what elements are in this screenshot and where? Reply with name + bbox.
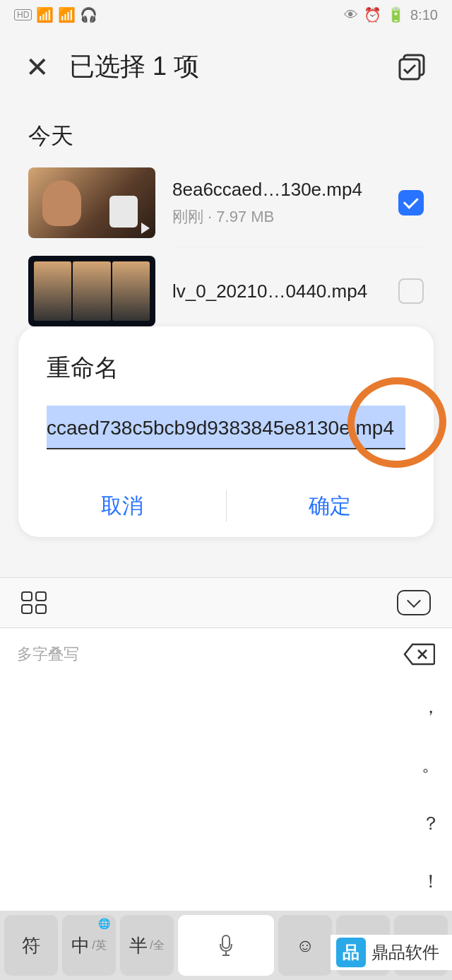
confirm-button[interactable]: 确定 — [227, 475, 434, 537]
globe-icon: 🌐 — [98, 918, 110, 929]
keyboard-collapse-icon[interactable] — [397, 590, 431, 615]
headphones-icon: 🎧 — [80, 6, 97, 23]
file-meta: 刚刚 · 7.97 MB — [172, 206, 381, 228]
wifi-icon: 📶 — [58, 6, 76, 23]
punctuation-column: ， 。 ？ ！ — [410, 678, 452, 911]
file-row[interactable]: lv_0_20210…0440.mp4 — [0, 247, 452, 335]
file-info: 8ea6ccaed…130e.mp4 刚刚 · 7.97 MB — [172, 179, 381, 228]
file-thumbnail — [28, 256, 155, 326]
punct-comma[interactable]: ， — [422, 695, 440, 719]
rename-dialog: 重命名 取消 确定 — [18, 326, 434, 537]
watermark: 品 鼎品软件 — [331, 935, 452, 970]
section-today: 今天 — [0, 104, 452, 159]
dialog-actions: 取消 确定 — [18, 475, 434, 537]
status-bar: HD 📶 📶 🎧 👁 ⏰ 🔋 8:10 — [0, 0, 452, 30]
halfwidth-key[interactable]: 半/全 — [120, 915, 174, 976]
file-thumbnail — [28, 167, 155, 238]
page-title: 已选择 1 项 — [69, 49, 397, 84]
emoji-key[interactable]: ☺ — [278, 915, 332, 976]
backspace-icon[interactable] — [403, 642, 435, 666]
handwriting-area[interactable]: ， 。 ？ ！ — [0, 678, 452, 911]
status-time: 8:10 — [410, 7, 438, 23]
selection-header: ✕ 已选择 1 项 — [0, 30, 452, 104]
keyboard-apps-icon[interactable] — [21, 591, 47, 614]
watermark-icon: 品 — [336, 938, 366, 967]
punct-period[interactable]: 。 — [422, 752, 440, 777]
keyboard-toolbar — [0, 577, 452, 628]
checkbox-empty[interactable] — [398, 278, 424, 304]
punct-exclaim[interactable]: ！ — [422, 869, 440, 894]
file-info: lv_0_20210…0440.mp4 — [172, 281, 381, 302]
cancel-button[interactable]: 取消 — [18, 475, 226, 537]
status-right: 👁 ⏰ 🔋 8:10 — [344, 6, 438, 23]
signal-icon: 📶 — [36, 6, 54, 23]
keyboard-hint-row: 多字叠写 — [0, 628, 452, 678]
alarm-icon: ⏰ — [364, 6, 381, 23]
punct-question[interactable]: ？ — [422, 811, 440, 836]
select-all-button[interactable] — [397, 52, 427, 82]
symbol-key[interactable]: 符 — [4, 915, 58, 976]
svg-rect-2 — [222, 935, 230, 948]
microphone-icon — [218, 934, 234, 957]
handwriting-hint: 多字叠写 — [17, 644, 79, 665]
rename-input[interactable] — [47, 406, 405, 449]
file-row[interactable]: 8ea6ccaed…130e.mp4 刚刚 · 7.97 MB — [0, 159, 452, 247]
watermark-text: 鼎品软件 — [371, 941, 439, 964]
file-name: 8ea6ccaed…130e.mp4 — [172, 179, 381, 201]
close-icon[interactable]: ✕ — [25, 51, 49, 83]
status-left: HD 📶 📶 🎧 — [14, 6, 97, 23]
mic-key[interactable] — [178, 915, 274, 976]
chinese-key[interactable]: 🌐中/英 — [62, 915, 116, 976]
file-name: lv_0_20210…0440.mp4 — [172, 281, 381, 302]
dialog-title: 重命名 — [18, 352, 434, 406]
hd-icon: HD — [14, 9, 32, 20]
checkbox-checked[interactable] — [398, 190, 424, 216]
battery-icon: 🔋 — [387, 6, 405, 23]
eye-icon: 👁 — [344, 7, 358, 23]
